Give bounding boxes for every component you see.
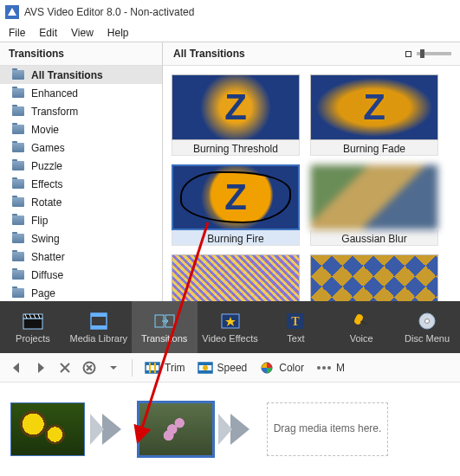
more-button[interactable]: M (313, 359, 348, 376)
sidebar-item-label: Rotate (31, 196, 62, 209)
menu-edit[interactable]: Edit (34, 25, 62, 41)
menu-file[interactable]: File (3, 25, 30, 41)
dropdown-icon[interactable] (104, 358, 123, 377)
transition-slot-1[interactable] (94, 411, 130, 447)
clapper-icon (22, 312, 44, 331)
transition-thumb[interactable] (172, 254, 300, 301)
cancel-button[interactable] (80, 358, 99, 377)
menu-view[interactable]: View (66, 25, 99, 41)
thumb-image (172, 164, 300, 230)
speed-button[interactable]: Speed (194, 359, 251, 376)
content-row: Transitions All TransitionsEnhancedTrans… (0, 42, 460, 301)
sidebar-item-rotate[interactable]: Rotate (0, 193, 162, 211)
transition-thumb[interactable] (310, 254, 438, 301)
separator (132, 359, 133, 376)
folder-icon (12, 270, 24, 280)
thumbnail-size-control[interactable] (405, 51, 451, 57)
sidebar-item-label: Games (31, 142, 65, 154)
module-disc-menu[interactable]: Disc Menu (394, 301, 460, 353)
title-bar: AVS Video Editor 8.0 - Non-activated (0, 0, 460, 24)
module-video-effects[interactable]: Video Effects (198, 301, 263, 353)
module-label: Media Library (69, 333, 127, 344)
thumb-label: Burning Fade (310, 140, 438, 156)
module-media-library[interactable]: Media Library (66, 301, 132, 353)
module-bar: ProjectsMedia LibraryTransitionsVideo Ef… (0, 301, 460, 353)
size-small-icon (405, 51, 411, 57)
chevron-icon (102, 414, 121, 445)
svg-rect-1 (23, 318, 42, 329)
svg-rect-21 (198, 370, 212, 373)
module-label: Disc Menu (405, 333, 450, 344)
module-projects[interactable]: Projects (0, 301, 66, 353)
module-text[interactable]: TText (262, 301, 328, 353)
trim-button[interactable]: Trim (141, 359, 189, 376)
thumb-image (172, 254, 300, 301)
module-label: Transitions (141, 333, 187, 344)
gallery-header: All Transitions (163, 42, 460, 66)
sidebar-item-shatter[interactable]: Shatter (0, 248, 162, 266)
edit-toolbar: Trim Speed Color M (0, 353, 460, 383)
sidebar: Transitions All TransitionsEnhancedTrans… (0, 42, 163, 301)
menu-help[interactable]: Help (102, 25, 134, 41)
T-icon: T (284, 312, 307, 331)
film-icon (87, 312, 110, 331)
sidebar-item-page[interactable]: Page (0, 284, 162, 301)
clip-1[interactable] (10, 402, 85, 456)
folder-icon (12, 179, 24, 189)
transition-icon (153, 312, 176, 331)
mic-icon (350, 312, 373, 331)
drop-hint[interactable]: Drag media items here. (267, 402, 388, 456)
sidebar-item-effects[interactable]: Effects (0, 175, 162, 193)
storyboard[interactable]: Drag media items here. (0, 383, 460, 476)
transition-thumb[interactable]: Burning Threshold (172, 74, 300, 156)
svg-rect-18 (146, 370, 159, 373)
svg-point-25 (322, 366, 326, 370)
nav-forward-button[interactable] (31, 358, 50, 377)
transition-slot-2[interactable] (222, 411, 258, 447)
sidebar-item-flip[interactable]: Flip (0, 211, 162, 229)
module-label: Voice (350, 333, 373, 344)
window-title: AVS Video Editor 8.0 - Non-activated (24, 6, 194, 18)
sidebar-item-enhanced[interactable]: Enhanced (0, 84, 162, 102)
speed-icon (198, 361, 213, 375)
sidebar-item-transform[interactable]: Transform (0, 102, 162, 120)
sidebar-item-label: All Transitions (31, 69, 103, 81)
thumb-image (310, 164, 438, 230)
color-button[interactable]: Color (256, 359, 308, 376)
module-voice[interactable]: Voice (328, 301, 394, 353)
sidebar-item-games[interactable]: Games (0, 138, 162, 157)
svg-rect-11 (353, 312, 364, 325)
more-icon (316, 361, 332, 375)
sidebar-item-swing[interactable]: Swing (0, 229, 162, 248)
nav-back-button[interactable] (7, 358, 26, 377)
more-label: M (336, 362, 345, 374)
gallery-pane: All Transitions Burning ThresholdBurning… (163, 42, 460, 301)
svg-point-26 (327, 366, 331, 370)
sidebar-item-puzzle[interactable]: Puzzle (0, 157, 162, 175)
trim-icon (145, 361, 160, 375)
sidebar-item-label: Page (31, 287, 55, 299)
svg-point-22 (203, 365, 208, 370)
clip-2[interactable] (139, 402, 213, 456)
sidebar-item-label: Swing (31, 233, 60, 245)
sidebar-item-all-transitions[interactable]: All Transitions (0, 66, 162, 84)
size-slider[interactable] (417, 52, 451, 55)
sidebar-item-movie[interactable]: Movie (0, 120, 162, 138)
delete-button[interactable] (55, 358, 75, 377)
svg-point-24 (317, 366, 321, 370)
transition-thumb[interactable]: Burning Fire (172, 164, 300, 246)
transition-thumb[interactable]: Burning Fade (310, 74, 438, 156)
transition-thumb[interactable]: Gaussian Blur (310, 164, 438, 246)
svg-rect-12 (360, 320, 367, 325)
module-transitions[interactable]: Transitions (132, 301, 198, 353)
svg-rect-5 (91, 325, 107, 329)
svg-rect-4 (91, 313, 107, 317)
folder-icon (12, 70, 24, 80)
folder-icon (12, 197, 24, 207)
fx-icon (219, 312, 242, 331)
sidebar-item-diffuse[interactable]: Diffuse (0, 266, 162, 284)
sidebar-item-label: Transform (31, 106, 78, 118)
thumb-label: Burning Fire (172, 230, 300, 246)
folder-icon (12, 143, 24, 152)
color-label: Color (279, 362, 304, 374)
